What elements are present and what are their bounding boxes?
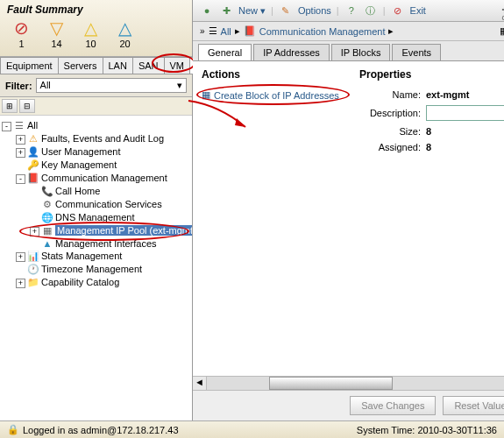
filter-label: Filter: <box>5 81 32 91</box>
tree-item-icon: 🔑 <box>27 159 39 171</box>
fault-count: 14 <box>51 39 61 49</box>
tree-node[interactable]: ▲Management Interfaces <box>2 237 190 250</box>
save-changes-button[interactable]: Save Changes <box>350 396 436 415</box>
prop-value: ext-mgmt <box>426 89 470 100</box>
info-icon[interactable]: ⓘ <box>364 4 378 18</box>
fault-icon: ▽ <box>50 19 63 37</box>
tree-node[interactable]: ⚙Communication Services <box>2 198 190 211</box>
tree-node[interactable]: -☰All <box>2 119 190 132</box>
create-ip-block-link[interactable]: ▦ Create Block of IP Addresses <box>202 89 342 101</box>
horizontal-scrollbar[interactable]: ◄ ► <box>193 376 504 390</box>
tree-expand-button[interactable]: ⊞ <box>2 99 18 113</box>
fault-icon: ⊘ <box>14 19 29 37</box>
tree-item-icon: 🌐 <box>41 212 53 223</box>
tree-node[interactable]: +▦Management IP Pool (ext-mgmt) <box>2 224 190 237</box>
actions-panel: Actions ▦ Create Block of IP Addresses <box>193 61 351 376</box>
tree-item-icon: ⚠ <box>27 133 39 145</box>
tree-item-label[interactable]: Communication Management <box>41 173 167 183</box>
tree-item-label[interactable]: Management IP Pool (ext-mgmt) <box>55 225 192 236</box>
new-button[interactable]: New ▾ <box>238 5 266 17</box>
tree-item-label[interactable]: Management Interfaces <box>55 238 157 249</box>
tree-node[interactable]: +📊Stats Management <box>2 250 190 263</box>
tree-item-label[interactable]: Communication Services <box>55 199 162 209</box>
tree-item-label[interactable]: Call Home <box>55 186 100 196</box>
properties-title: Properties <box>359 68 504 81</box>
tree-item-icon: 📕 <box>27 173 39 184</box>
tree-node[interactable]: +⚠Faults, Events and Audit Log <box>2 132 190 145</box>
tree-node[interactable]: 🔑Key Management <box>2 159 190 172</box>
fault-severity-2[interactable]: △10 <box>84 19 97 49</box>
content-tab-general[interactable]: General <box>198 44 252 61</box>
tree-toggle-icon[interactable]: - <box>2 122 11 131</box>
tree-toggle-icon[interactable]: + <box>16 279 25 288</box>
tree-toggle-icon[interactable]: + <box>16 135 25 145</box>
tree-item-label[interactable]: Capability Catalog <box>41 277 119 287</box>
nav-tab-lan[interactable]: LAN <box>103 57 133 74</box>
tree-node[interactable]: 📞Call Home <box>2 185 190 198</box>
tree-toggle-icon[interactable]: + <box>30 227 39 237</box>
left-nav-tabs: EquipmentServersLANSANVMAdmin <box>0 57 192 74</box>
content-tab-ip-addresses[interactable]: IP Addresses <box>253 44 330 61</box>
nav-tab-equipment[interactable]: Equipment <box>0 57 59 74</box>
tree-toggle-icon[interactable]: - <box>16 174 25 184</box>
tree-item-label[interactable]: Stats Management <box>41 251 122 261</box>
tree-node[interactable]: +📁Capability Catalog <box>2 276 190 289</box>
fault-icon: △ <box>84 19 97 37</box>
content-tab-events[interactable]: Events <box>392 44 441 61</box>
property-row: Description: <box>359 105 504 121</box>
tree-item-icon: ⚙ <box>41 199 53 210</box>
options-button[interactable]: Options <box>298 5 331 16</box>
circle-icon[interactable]: ● <box>200 4 214 18</box>
status-time: System Time: 2010-03-30T11:36 <box>357 425 497 435</box>
breadcrumb-section[interactable]: Communication Management <box>259 26 386 37</box>
fault-severity-0[interactable]: ⊘1 <box>14 19 29 49</box>
main-toolbar: ● ✚ New ▾ | ✎ Options | ? ⓘ | ⊘ Exit cis… <box>193 0 504 22</box>
tree-item-label[interactable]: Timezone Management <box>41 264 142 274</box>
tree-item-label[interactable]: Faults, Events and Audit Log <box>41 133 164 144</box>
tree-toggle-icon[interactable]: + <box>16 252 25 262</box>
tree-item-icon: 📊 <box>27 251 39 262</box>
tree-node[interactable]: 🕐Timezone Management <box>2 263 190 276</box>
tree-item-label[interactable]: All <box>27 120 38 131</box>
filter-select[interactable]: All ▾ <box>36 78 187 93</box>
tree-item-icon: 📁 <box>27 277 39 288</box>
tree-node[interactable]: +👤User Management <box>2 145 190 159</box>
tree-toggle-icon[interactable]: + <box>16 148 25 158</box>
tree-node[interactable]: -📕Communication Management <box>2 172 190 185</box>
description-input[interactable] <box>426 105 504 121</box>
breadcrumb-section-icon: 📕 <box>244 25 256 37</box>
content-tab-ip-blocks[interactable]: IP Blocks <box>331 44 391 61</box>
tree-node[interactable]: 🌐DNS Management <box>2 211 190 224</box>
nav-tab-san[interactable]: SAN <box>132 57 165 74</box>
nav-tab-servers[interactable]: Servers <box>58 57 103 74</box>
exit-button[interactable]: Exit <box>410 5 426 16</box>
nav-tab-vm[interactable]: VM <box>164 57 191 74</box>
tree-item-icon: ▦ <box>41 225 53 237</box>
fault-severity-1[interactable]: ▽14 <box>50 19 63 49</box>
reset-values-button[interactable]: Reset Values <box>443 396 504 415</box>
tree-item-icon: 🕐 <box>27 264 39 275</box>
breadcrumb-all[interactable]: All <box>221 26 231 37</box>
actions-title: Actions <box>202 68 342 81</box>
breadcrumb-back-icon[interactable]: » <box>200 26 205 36</box>
status-login: Logged in as admin@172.18.217.43 <box>23 425 179 435</box>
filter-bar: Filter: All ▾ <box>0 74 192 97</box>
exit-icon[interactable]: ⊘ <box>391 4 405 18</box>
fault-severity-3[interactable]: △20 <box>118 19 131 49</box>
tree-item-icon: ☰ <box>13 120 25 131</box>
options-icon[interactable]: ✎ <box>279 4 293 18</box>
fault-count: 20 <box>119 39 130 49</box>
navigation-tree[interactable]: -☰All+⚠Faults, Events and Audit Log+👤Use… <box>0 116 192 420</box>
tree-item-icon: 👤 <box>27 146 39 158</box>
fault-count: 1 <box>18 39 24 49</box>
tree-item-label[interactable]: Key Management <box>41 159 117 170</box>
help-icon[interactable]: ? <box>344 4 358 18</box>
tree-collapse-button[interactable]: ⊟ <box>19 99 35 113</box>
tree-item-label[interactable]: DNS Management <box>55 212 135 223</box>
content-tabs: GeneralIP AddressesIP BlocksEvents <box>193 41 504 61</box>
fault-summary-title: Fault Summary <box>7 4 185 16</box>
prop-value: 8 <box>426 142 431 152</box>
tree-item-icon: 📞 <box>41 186 53 197</box>
tree-item-label[interactable]: User Management <box>41 146 121 157</box>
new-icon[interactable]: ✚ <box>219 4 233 18</box>
